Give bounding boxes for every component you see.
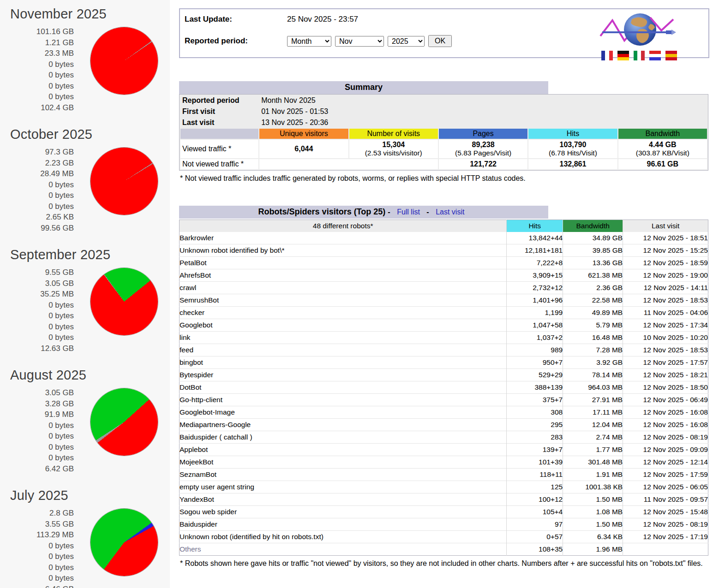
period-year-select[interactable]: 2025 (388, 36, 425, 47)
robots-header-row: 48 different robots* Hits Bandwidth Last… (180, 220, 708, 232)
robot-lv-cell: 12 Nov 2025 - 19:00 (623, 269, 708, 282)
viewed-visits: 15,304 (2.53 visits/visitor) (349, 140, 438, 158)
col-bandwidth: Bandwidth (618, 129, 707, 139)
full-list-link[interactable]: Full list (397, 208, 420, 216)
robot-lv-cell: 12 Nov 2025 - 18:51 (623, 232, 708, 244)
flag-italy-icon (634, 51, 645, 60)
robot-lv-cell: 12 Nov 2025 - 15:48 (623, 506, 708, 518)
robot-bw-cell: 2.74 MB (563, 431, 623, 444)
month-title: September 2025 (10, 247, 170, 262)
robot-hits-cell: 101+39 (507, 456, 563, 469)
month-stat-value: 3.55 GB (0, 519, 74, 530)
month-stat-value: 99.56 GB (0, 223, 74, 234)
not-viewed-pages: 121,722 (439, 159, 527, 169)
month-title: July 2025 (10, 488, 170, 503)
report-header-box: Last Update: 25 Nov 2025 - 23:57 Reporte… (179, 8, 709, 58)
robot-bw-cell: 16.48 MB (563, 332, 623, 344)
robot-bw-cell: 13.36 GB (563, 257, 623, 269)
robot-bw-cell: 2.36 GB (563, 282, 623, 294)
period-month-select[interactable]: Nov (335, 36, 384, 47)
robot-row: Unknown robot (identified by hit on robo… (180, 531, 708, 543)
awstats-logo (599, 11, 677, 60)
pie-chart (90, 27, 158, 95)
flag-france-icon (601, 51, 613, 60)
month-stat-value: 2.23 GB (0, 158, 74, 169)
robot-name-cell: bingbot (180, 356, 507, 369)
robot-lv-cell: 12 Nov 2025 - 08:19 (623, 518, 708, 531)
month-stat-value: 102.4 GB (0, 102, 74, 113)
robots-title-text: Robots/Spiders visitors (Top 25) (258, 207, 386, 216)
robot-name-cell: Mediapartners-Google (180, 419, 507, 431)
robot-name-cell: checker (180, 307, 507, 319)
not-viewed-empty (259, 159, 438, 169)
robot-lv-cell: 12 Nov 2025 - 17:59 (623, 469, 708, 481)
robot-lv-cell: 12 Nov 2025 - 17:19 (623, 531, 708, 543)
last-update-value: 25 Nov 2025 - 23:57 (287, 15, 358, 24)
robot-hits-cell: 1,401+96 (507, 294, 563, 307)
period-type-select[interactable]: Month (287, 36, 331, 47)
col-unique-visitors: Unique visitors (259, 129, 348, 139)
month-stat-value: 91.9 MB (0, 409, 74, 420)
robot-hits-cell: 97 (507, 518, 563, 531)
month-title: October 2025 (10, 127, 170, 142)
robot-lv-cell: 12 Nov 2025 - 17:34 (623, 319, 708, 332)
robots-col-last-visit: Last visit (623, 220, 708, 232)
month-stat-value: 6.46 GB (0, 584, 74, 588)
month-stats: 2.8 GB3.55 GB113.29 MB0 bytes0 bytes0 by… (0, 508, 74, 588)
flag-germany-icon (617, 51, 629, 60)
flag-netherlands-icon (649, 51, 661, 60)
robot-bw-cell: 5.79 MB (563, 319, 623, 332)
month-stat-value: 0 bytes (0, 332, 74, 343)
robot-hits-cell: 1,047+58 (507, 319, 563, 332)
robot-name-cell: DotBot (180, 381, 507, 394)
month-stat-value: 2.8 GB (0, 508, 74, 519)
month-stat-value: 0 bytes (0, 573, 74, 584)
summary-info-row: Last visit 13 Nov 2025 - 20:36 (180, 118, 707, 128)
robot-bw-cell: 12.04 MB (563, 419, 623, 431)
robot-hits-cell: 100+12 (507, 493, 563, 506)
info-value: 01 Nov 2025 - 01:53 (259, 107, 707, 117)
summary-table: Reported period Month Nov 2025 First vis… (179, 94, 708, 171)
robot-hits-cell: 125 (507, 481, 563, 493)
viewed-pages: 89,238 (5.83 Pages/Visit) (439, 140, 527, 158)
dash-separator: - (426, 208, 429, 216)
robot-row: Googlebot1,047+585.79 MB12 Nov 2025 - 17… (180, 319, 708, 332)
robot-name-cell: Others (180, 543, 507, 556)
robot-name-cell: feed (180, 344, 507, 356)
robot-hits-cell: 105+4 (507, 506, 563, 518)
robot-name-cell: Go-http-client (180, 394, 507, 406)
robot-name-cell: SeznamBot (180, 469, 507, 481)
not-viewed-hits: 132,861 (528, 159, 617, 169)
robot-name-cell: AhrefsBot (180, 269, 507, 282)
month-block: November 2025101.16 GB1.21 GB23.3 MB0 by… (0, 6, 170, 123)
month-stat-value: 0 bytes (0, 420, 74, 431)
month-stat-value: 0 bytes (0, 190, 74, 201)
robots-footnote: * Robots shown here gave hits or traffic… (180, 559, 709, 568)
month-stat-value: 0 bytes (0, 321, 74, 333)
robot-lv-cell: 12 Nov 2025 - 18:53 (623, 344, 708, 356)
robot-row: Sogou web spider105+41.08 MB12 Nov 2025 … (180, 506, 708, 518)
robot-name-cell: Baiduspider ( catchall ) (180, 431, 507, 444)
not-viewed-bandwidth: 96.61 GB (618, 159, 707, 169)
month-stat-value: 0 bytes (0, 540, 74, 552)
robot-bw-cell: 3.92 GB (563, 356, 623, 369)
ok-button[interactable]: OK (428, 35, 452, 47)
robot-lv-cell: 11 Nov 2025 - 04:06 (623, 307, 708, 319)
robot-lv-cell: 12 Nov 2025 - 12:14 (623, 456, 708, 469)
last-visit-link[interactable]: Last visit (436, 208, 464, 216)
globe-logo-icon (599, 11, 677, 48)
robot-hits-cell: 308 (507, 406, 563, 419)
month-stat-value: 0 bytes (0, 179, 74, 190)
robot-row: Baiduspider ( catchall )2832.74 MB12 Nov… (180, 431, 708, 444)
robot-row: SemrushBot1,401+9622.58 MB12 Nov 2025 - … (180, 294, 708, 307)
info-value: 13 Nov 2025 - 20:36 (259, 118, 707, 128)
month-stat-value: 0 bytes (0, 431, 74, 442)
robot-name-cell: Applebot (180, 444, 507, 456)
robot-lv-cell: 12 Nov 2025 - 16:08 (623, 419, 708, 431)
robot-lv-cell: 12 Nov 2025 - 08:19 (623, 431, 708, 444)
month-stat-value: 3.28 GB (0, 398, 74, 410)
robot-name-cell: Sogou web spider (180, 506, 507, 518)
flag-spain-icon (665, 51, 677, 60)
month-title: August 2025 (10, 368, 170, 383)
month-stat-value: 9.55 GB (0, 267, 74, 278)
